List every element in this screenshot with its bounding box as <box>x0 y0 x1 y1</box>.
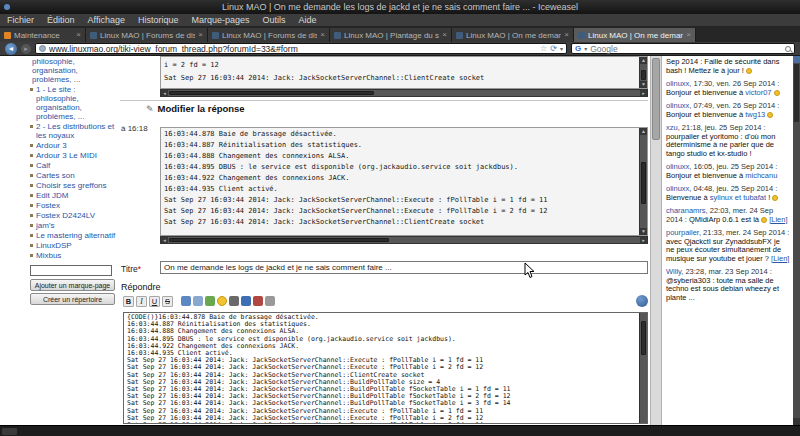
textarea-scrollbar[interactable] <box>639 313 647 423</box>
scroll-right-icon[interactable]: ▸ <box>640 237 647 243</box>
lien-link[interactable]: [Lien] <box>771 254 789 263</box>
shout-user-link[interactable]: victor07 <box>745 88 771 97</box>
sidebar-item-fostex-d2424lv[interactable]: Fostex D2424LV <box>30 211 116 220</box>
scrollbar-thumb[interactable] <box>641 162 646 204</box>
tab-close-icon[interactable]: × <box>76 31 81 39</box>
scroll-down-icon[interactable]: ▼ <box>640 228 647 235</box>
tab-close-icon[interactable]: × <box>686 31 691 39</box>
sidebar-item-cartes-son[interactable]: Cartes son <box>30 171 116 180</box>
tab-close-icon[interactable]: × <box>564 31 569 39</box>
sidebar-item-mixbus[interactable]: Mixbus <box>30 251 116 260</box>
underline-button[interactable]: U <box>149 296 160 307</box>
tab-maintenance[interactable]: Maintenance × <box>0 28 86 42</box>
url-bar[interactable]: ☆ ⟳ ▾ <box>35 43 567 54</box>
scroll-down-icon[interactable] <box>793 418 800 425</box>
tab-close-icon[interactable]: × <box>442 31 447 39</box>
sidebar-item-distributions[interactable]: 2 - Les distributions et les noyaux <box>30 122 116 140</box>
scrollbar-thumb[interactable] <box>641 70 646 80</box>
code-log-hscrollbar[interactable]: ◂ ▸ <box>160 236 648 244</box>
sidebar-item-edit-jdm[interactable]: Edit JDM <box>30 191 116 200</box>
reload-icon[interactable]: ⟳ <box>550 45 557 53</box>
menu-item-affichage[interactable]: Affichage <box>88 14 125 26</box>
wiki-page-icon[interactable] <box>193 296 203 306</box>
smiley-icon[interactable] <box>217 296 227 306</box>
tab-forums-2[interactable]: Linux MAO | Forums de discussion ... × <box>208 28 330 42</box>
add-bookmark-button[interactable]: Ajouter un marque-page <box>30 279 115 291</box>
shoutbox-scrollbar[interactable] <box>793 56 800 425</box>
table-icon[interactable] <box>241 296 251 306</box>
strikethrough-button[interactable]: S <box>162 296 173 307</box>
scrollbar-thumb[interactable] <box>169 238 389 242</box>
italic-button[interactable]: I <box>136 296 147 307</box>
tab-on-me-demande-1[interactable]: Linux MAO | On me demande les ... × <box>452 28 574 42</box>
search-engine-chevron-icon[interactable]: ▾ <box>584 46 587 52</box>
bookmark-star-icon[interactable]: ☆ <box>540 45 547 53</box>
tab-forums-1[interactable]: Linux MAO | Forums de discussion ... × <box>86 28 208 42</box>
section-title-text: Modifier la réponse <box>158 103 245 114</box>
sidebar-item[interactable]: philosophie, organisation, problèmes, ..… <box>30 57 116 84</box>
code-prev-hscrollbar[interactable]: ◂ ▸ <box>160 89 648 97</box>
sidebar-item-jams[interactable]: jam's <box>30 221 116 230</box>
code-prev-vscrollbar[interactable]: ▲ ▼ <box>639 57 647 88</box>
special-char-icon[interactable] <box>229 296 239 306</box>
scroll-up-icon[interactable]: ▲ <box>640 128 647 135</box>
shout-user-link[interactable]: sylinux et tubafat <box>710 193 766 202</box>
menu-item-edition[interactable]: Édition <box>47 14 75 26</box>
shoutbox-entry: olinuxx, 16:05, jeu. 25 Sep 2014 : Bonjo… <box>666 163 790 180</box>
menu-item-historique[interactable]: Historique <box>138 14 179 26</box>
shout-user-link[interactable]: michcanu <box>745 171 777 180</box>
scroll-left-icon[interactable]: ◂ <box>161 90 168 96</box>
scrollbar-thumb[interactable] <box>169 91 374 95</box>
sidebar-item-ardour3-midi[interactable]: Ardour 3 Le MIDI <box>30 151 116 160</box>
sidebar-item-calf[interactable]: Calf <box>30 161 116 170</box>
forward-button[interactable]: ▸ <box>21 44 31 54</box>
sidebar-item-greffons[interactable]: Choisir ses greffons <box>30 181 116 190</box>
sidebar-item-label: Le mastering alternatif <box>36 231 115 240</box>
bookmark-name-input[interactable] <box>30 265 112 276</box>
hr-icon[interactable] <box>265 296 275 306</box>
fullscreen-editor-icon[interactable] <box>636 295 648 307</box>
tab-close-icon[interactable]: × <box>320 31 325 39</box>
tab-plantage-serveur[interactable]: Linux MAO | Plantage du serveur ... × <box>330 28 452 42</box>
title-input[interactable] <box>160 261 648 274</box>
taskbar <box>0 425 800 436</box>
sidebar-item-mastering[interactable]: Le mastering alternatif <box>30 231 116 240</box>
link-icon[interactable] <box>181 296 191 306</box>
reply-textarea[interactable]: {CODE()}16:03:44.878 Baie de brassage dé… <box>123 312 648 424</box>
scrollbar-thumb[interactable] <box>641 321 646 355</box>
code-log-vscrollbar[interactable]: ▲ ▼ <box>639 128 647 235</box>
sidebar-item-le-site[interactable]: 1 - Le site : philosophie, organisation,… <box>30 85 116 121</box>
tab-on-me-demande-active[interactable]: Linux MAO | On me demande les ... × <box>574 28 696 42</box>
scroll-up-icon[interactable]: ▲ <box>640 57 647 64</box>
menu-item-fichier[interactable]: Fichier <box>7 14 34 26</box>
lien-link[interactable]: [Lien] <box>769 215 787 224</box>
menu-item-outils[interactable]: Outils <box>263 14 286 26</box>
chevron-down-icon[interactable]: ▾ <box>560 46 563 52</box>
tab-close-icon[interactable]: × <box>198 31 203 39</box>
menu-item-marque-pages[interactable]: Marque-pages <box>191 14 249 26</box>
scroll-right-icon[interactable]: ▸ <box>640 90 647 96</box>
create-folder-button[interactable]: Créer un répertoire <box>30 293 115 305</box>
bold-button[interactable]: B <box>123 296 134 307</box>
page-scrollbar-thumb[interactable] <box>652 58 660 140</box>
window-title: Linux MAO | On me demande les logs de ja… <box>222 2 578 12</box>
scrollbar-thumb[interactable] <box>794 64 799 122</box>
back-button[interactable]: ◂ <box>5 43 17 55</box>
shout-user-link[interactable]: twg13 <box>745 110 765 119</box>
sidebar-item-ardour3[interactable]: Ardour 3 <box>30 141 116 150</box>
url-input[interactable] <box>49 44 537 54</box>
image-icon[interactable] <box>205 296 215 306</box>
tab-label: Linux MAO | On me demande les ... <box>588 31 683 40</box>
scroll-down-icon[interactable]: ▼ <box>640 81 647 88</box>
sidebar-item-linuxdsp[interactable]: LinuxDSP <box>30 241 116 250</box>
search-icon[interactable] <box>785 46 791 52</box>
menu-item-aide[interactable]: Aide <box>299 14 317 26</box>
sidebar-item-fostex[interactable]: Fostex <box>30 201 116 210</box>
search-bar[interactable]: G ▾ <box>571 43 795 54</box>
search-input[interactable] <box>590 44 782 54</box>
scroll-up-icon[interactable] <box>793 56 800 63</box>
page-scrollbar[interactable] <box>650 56 662 425</box>
table-delete-icon[interactable] <box>253 296 263 306</box>
taskbar-button[interactable] <box>2 428 17 435</box>
scroll-left-icon[interactable]: ◂ <box>161 237 168 243</box>
